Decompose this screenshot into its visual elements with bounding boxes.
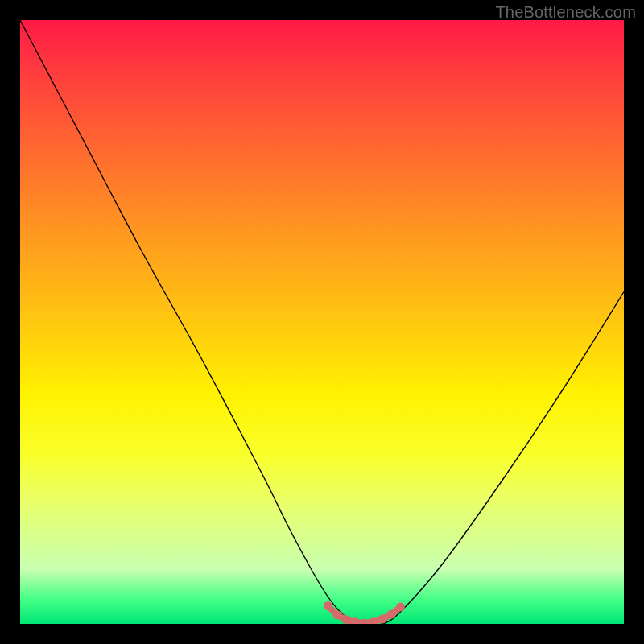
highlight-dot	[396, 603, 405, 612]
chart-svg	[20, 20, 624, 624]
highlight-dot	[324, 601, 332, 610]
plot-area	[20, 20, 624, 624]
bottleneck-chart: TheBottleneck.com	[0, 0, 644, 644]
highlight-dot	[387, 610, 396, 619]
highlight-dot	[360, 619, 369, 624]
highlight-dot	[332, 610, 341, 619]
highlight-dot	[378, 615, 387, 624]
optimal-range-marker	[324, 601, 405, 624]
highlight-dot	[342, 615, 351, 624]
bottleneck-curve	[20, 20, 624, 624]
watermark-text: TheBottleneck.com	[495, 3, 636, 22]
